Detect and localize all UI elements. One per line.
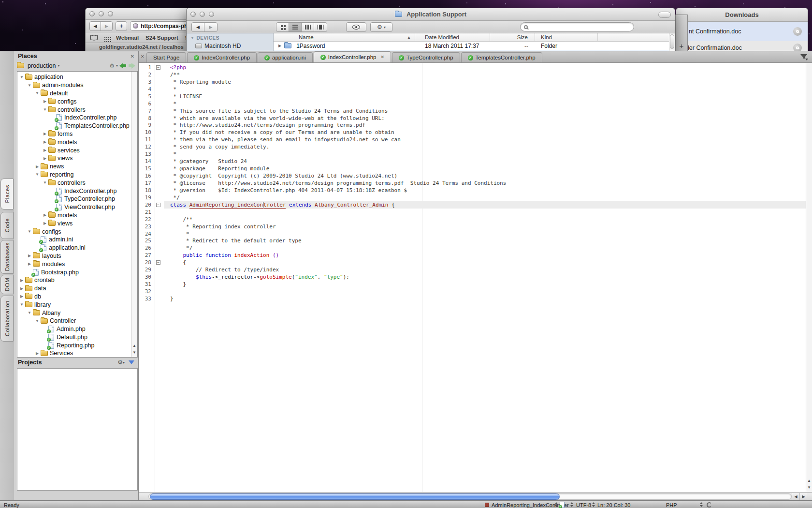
tree-item-services[interactable]: ▶services bbox=[17, 146, 137, 154]
status-language[interactable]: PHP bbox=[666, 501, 677, 508]
code-line-12[interactable]: 12 * send you a copy immediately. bbox=[139, 143, 812, 150]
code-line-5[interactable]: 5 * LICENSE bbox=[139, 93, 812, 100]
forward-button[interactable]: ▶ bbox=[204, 23, 217, 31]
tree-item-configs[interactable]: ▶configs bbox=[17, 97, 137, 105]
rail-tab-places[interactable]: Places bbox=[0, 179, 14, 209]
stepper-icon[interactable] bbox=[700, 501, 703, 508]
back-button[interactable]: ◀ bbox=[90, 22, 101, 30]
disclosure-closed-icon[interactable]: ▶ bbox=[26, 262, 33, 266]
disclosure-closed-icon[interactable]: ▶ bbox=[18, 286, 25, 291]
collapse-minus-icon[interactable]: − bbox=[156, 203, 160, 207]
code-line-4[interactable]: 4 * bbox=[139, 86, 812, 93]
disclosure-closed-icon[interactable]: ▶ bbox=[42, 156, 48, 161]
disclosure-open-icon[interactable]: ▼ bbox=[34, 319, 41, 323]
search-input[interactable] bbox=[520, 22, 634, 31]
column-header-date-modified[interactable]: Date Modified bbox=[415, 33, 490, 41]
code-line-13[interactable]: 13 * bbox=[139, 150, 812, 158]
disclosure-closed-icon[interactable]: ▶ bbox=[42, 99, 48, 104]
minimize-window-button[interactable] bbox=[99, 11, 104, 16]
scrollbar-thumb[interactable] bbox=[150, 493, 560, 500]
close-tab-icon[interactable]: ✕ bbox=[381, 55, 385, 60]
code-line-33[interactable]: 33} bbox=[139, 295, 812, 302]
code-line-3[interactable]: 3 * Reporting module bbox=[139, 78, 812, 86]
refresh-icon[interactable] bbox=[707, 502, 712, 508]
disclosure-open-icon[interactable]: ▼ bbox=[18, 75, 25, 79]
code-line-6[interactable]: 6 * bbox=[139, 100, 812, 107]
stepper-icon[interactable] bbox=[555, 501, 558, 508]
column-header-size[interactable]: Size bbox=[490, 33, 535, 41]
code-line-20[interactable]: 20−class AdminReporting_IndexController … bbox=[139, 201, 812, 209]
bookmark-webmail[interactable]: Webmail bbox=[116, 35, 139, 41]
forward-button[interactable]: ▶ bbox=[101, 22, 112, 30]
tree-item-application.ini[interactable]: ✓application.ini bbox=[17, 244, 137, 252]
tree-item-admin.ini[interactable]: ✓admin.ini bbox=[17, 236, 137, 244]
gear-icon[interactable]: ⚙ bbox=[109, 63, 115, 69]
disclosure-closed-icon[interactable]: ▶ bbox=[42, 148, 48, 152]
scroll-up-icon[interactable]: ▲ bbox=[132, 343, 136, 349]
sidebar-item-macintosh-hd[interactable]: Macintosh HD bbox=[195, 43, 273, 49]
bookmark-s24-support[interactable]: S24 Support bbox=[145, 35, 178, 41]
code-line-9[interactable]: 9 * http://www.studio24.net/terms/design… bbox=[139, 122, 812, 129]
add-button[interactable]: + bbox=[680, 41, 684, 51]
code-line-16[interactable]: 16 * @copyright Copyright (c) 2009-2010 … bbox=[139, 172, 812, 179]
code-line-2[interactable]: 2/** bbox=[139, 71, 812, 78]
disclosure-closed-icon[interactable]: ▶ bbox=[18, 278, 25, 283]
code-line-15[interactable]: 15 * @package Reporting module bbox=[139, 165, 812, 172]
tree-item-models[interactable]: ▶models bbox=[17, 211, 137, 220]
status-encoding[interactable]: UTF-8 bbox=[576, 501, 591, 508]
close-window-button[interactable] bbox=[89, 11, 95, 16]
disclosure-closed-icon[interactable]: ▶ bbox=[42, 213, 48, 217]
horizontal-scrollbar[interactable]: ◀ ▶ bbox=[139, 492, 812, 500]
tree-item-crontab[interactable]: ▶crontab bbox=[17, 276, 137, 284]
quicklook-button[interactable] bbox=[347, 23, 366, 31]
tree-item-Default.php[interactable]: ✓Default.php bbox=[17, 333, 137, 342]
tree-item-Bootstrap.php[interactable]: ✓Bootstrap.php bbox=[17, 268, 137, 276]
disclosure-open-icon[interactable]: ▼ bbox=[34, 91, 41, 95]
filter-funnel-icon[interactable] bbox=[129, 360, 134, 364]
row-disclosure-icon[interactable]: ▶ bbox=[278, 44, 281, 48]
top-sites-grid-icon[interactable] bbox=[104, 37, 105, 38]
action-menu-button[interactable]: ⚙ ▾ bbox=[371, 23, 392, 31]
bookmarks-book-icon[interactable] bbox=[90, 35, 98, 40]
code-line-11[interactable]: 11 * them via the web, please send an em… bbox=[139, 136, 812, 143]
tree-item-layouts[interactable]: ▶layouts bbox=[17, 252, 137, 260]
tree-item-Albany[interactable]: ▼Albany bbox=[17, 309, 137, 317]
code-line-24[interactable]: 24 * bbox=[139, 230, 812, 238]
rail-tab-collaboration[interactable]: Collaboration bbox=[0, 296, 14, 342]
tree-item-forms[interactable]: ▶forms bbox=[17, 130, 137, 138]
tree-item-modules[interactable]: ▶modules bbox=[17, 260, 137, 268]
tree-item-library[interactable]: ▼library bbox=[17, 300, 137, 309]
tree-item-ViewController.php[interactable]: ✓ViewController.php bbox=[17, 203, 137, 211]
editor-tab-indexcontroller-php[interactable]: ✓IndexController.php bbox=[187, 52, 257, 62]
disclosure-closed-icon[interactable]: ▶ bbox=[42, 221, 48, 225]
disclosure-closed-icon[interactable]: ▶ bbox=[42, 140, 48, 144]
tree-item-IndexController.php[interactable]: ✓IndexController.php bbox=[17, 187, 137, 195]
finder-scrollbar[interactable] bbox=[669, 33, 675, 52]
disclosure-closed-icon[interactable]: ▶ bbox=[26, 254, 33, 258]
disclosure-open-icon[interactable]: ▼ bbox=[26, 83, 33, 88]
list-view-button[interactable] bbox=[289, 23, 302, 31]
tree-item-Controller[interactable]: ▼Controller bbox=[17, 317, 137, 325]
disclosure-open-icon[interactable]: ▼ bbox=[42, 107, 48, 112]
disclosure-closed-icon[interactable]: ▶ bbox=[18, 294, 25, 299]
editor-tab-application-ini[interactable]: ✓application.ini bbox=[258, 52, 313, 62]
code-line-30[interactable]: 30 $this->_redirector->gotoSimple("index… bbox=[139, 273, 812, 281]
disclosure-open-icon[interactable]: ▼ bbox=[190, 36, 194, 40]
code-line-19[interactable]: 19 */ bbox=[139, 194, 812, 201]
download-item[interactable]: nt Confirmation.doc bbox=[676, 22, 808, 41]
tree-item-Reporting.php[interactable]: ✓Reporting.php bbox=[17, 341, 137, 349]
rail-tab-code[interactable]: Code bbox=[0, 212, 14, 239]
disclosure-open-icon[interactable]: ▼ bbox=[26, 311, 33, 315]
code-line-8[interactable]: 8 * which are available via the world-wi… bbox=[139, 115, 812, 122]
tree-item-models[interactable]: ▶models bbox=[17, 138, 137, 146]
disclosure-open-icon[interactable]: ▼ bbox=[18, 302, 25, 307]
tree-item-default[interactable]: ▼default bbox=[17, 90, 137, 98]
tree-item-IndexController.php[interactable]: ✓IndexController.php bbox=[17, 114, 137, 122]
tree-item-TypeController.php[interactable]: ✓TypeController.php bbox=[17, 195, 137, 203]
forward-icon[interactable] bbox=[128, 63, 135, 69]
rail-tab-databases[interactable]: Databases bbox=[0, 240, 14, 274]
code-line-32[interactable]: 32 bbox=[139, 288, 812, 295]
chevron-down-icon[interactable]: ▾ bbox=[58, 63, 59, 68]
disclosure-open-icon[interactable]: ▼ bbox=[42, 180, 48, 185]
scrollbar-thumb[interactable] bbox=[670, 34, 674, 49]
